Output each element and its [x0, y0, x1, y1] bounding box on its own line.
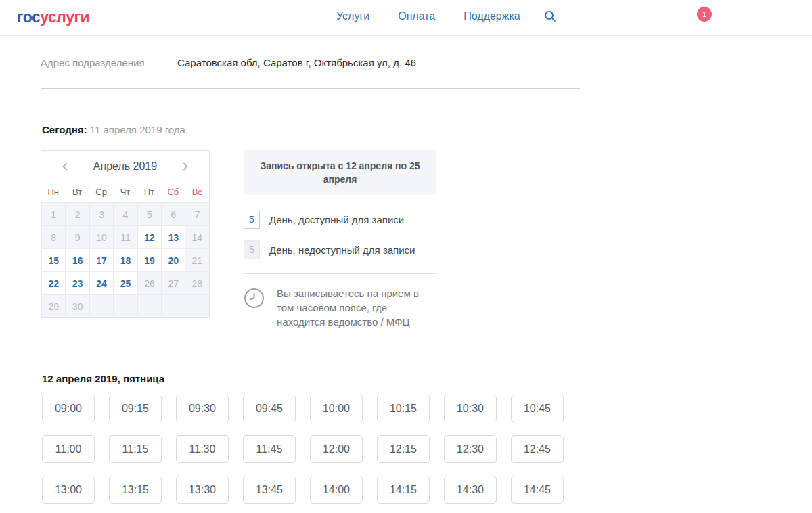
- calendar: Апрель 2019 Пн Вт Ср Чт Пт Сб Вс 1: [41, 150, 210, 318]
- timezone-note-text: Вы записываетесь на прием в том часовом …: [277, 286, 422, 329]
- calendar-day-cell[interactable]: [185, 294, 209, 317]
- calendar-day-cell[interactable]: 3: [89, 202, 113, 225]
- section-divider: [7, 344, 599, 344]
- search-icon[interactable]: [544, 10, 556, 22]
- calendar-day-cell[interactable]: 2: [65, 202, 89, 225]
- time-slot-button[interactable]: 12:30: [444, 435, 497, 463]
- calendar-legend: 5 День, доступный для записи 5 День, нед…: [244, 210, 436, 259]
- legend-sample-day: 5: [244, 240, 260, 259]
- time-slot-button[interactable]: 09:15: [109, 395, 162, 422]
- search-area: [545, 10, 556, 22]
- calendar-day-cell[interactable]: 9: [65, 225, 89, 248]
- time-slots-grid: 09:00 09:15 09:30 09:45 10:00 10:15 10:3…: [42, 395, 564, 504]
- address-value: Саратовская обл, Саратов г, Октябрьская …: [177, 57, 416, 68]
- weekday-label: Ср: [89, 187, 113, 197]
- calendar-day-cell[interactable]: 20: [161, 248, 185, 271]
- time-slot-button[interactable]: 13:30: [176, 476, 229, 504]
- time-slot-button[interactable]: 10:00: [310, 395, 363, 422]
- info-panel: Запись открыта с 12 апреля по 25 апреля …: [244, 150, 436, 329]
- logo-part-blue: гос: [17, 8, 40, 26]
- chevron-left-icon[interactable]: [56, 158, 74, 175]
- calendar-day-cell[interactable]: 7: [185, 202, 209, 225]
- today-label: Сегодня:: [42, 124, 87, 135]
- calendar-day-cell[interactable]: 24: [89, 271, 113, 294]
- weekday-label: Сб: [161, 187, 185, 197]
- time-slot-button[interactable]: 14:00: [310, 476, 363, 504]
- time-slot-button[interactable]: 11:30: [176, 435, 229, 463]
- weekday-label: Пт: [137, 187, 161, 197]
- booking-period-banner: Запись открыта с 12 апреля по 25 апреля: [244, 150, 436, 195]
- calendar-day-cell[interactable]: 22: [41, 271, 65, 294]
- calendar-day-cell[interactable]: 11: [113, 225, 137, 248]
- calendar-day-cell[interactable]: 12: [137, 225, 161, 248]
- time-slot-button[interactable]: 12:45: [511, 435, 564, 463]
- time-slot-button[interactable]: 12:00: [310, 435, 363, 463]
- nav-link[interactable]: Оплата: [398, 10, 435, 22]
- calendar-day-cell[interactable]: 8: [41, 225, 65, 248]
- weekday-label: Вс: [185, 187, 209, 197]
- calendar-day-cell[interactable]: 26: [137, 271, 161, 294]
- calendar-day-cell[interactable]: 27: [161, 271, 185, 294]
- legend-sample-day: 5: [244, 210, 260, 229]
- calendar-day-cell[interactable]: 23: [65, 271, 89, 294]
- gosuslugi-logo[interactable]: госуслуги: [17, 8, 89, 26]
- time-slot-button[interactable]: 13:00: [42, 476, 95, 504]
- calendar-day-cell[interactable]: 13: [161, 225, 185, 248]
- nav-link[interactable]: Услуги: [336, 10, 369, 22]
- calendar-weekdays: Пн Вт Ср Чт Пт Сб Вс: [41, 181, 209, 202]
- time-slot-button[interactable]: 10:15: [377, 395, 430, 422]
- calendar-day-cell[interactable]: 19: [137, 248, 161, 271]
- page: госуслуги Услуги Оплата Поддержка 1 Адре…: [0, 0, 812, 513]
- weekday-label: Пн: [41, 187, 65, 197]
- weekday-label: Чт: [113, 187, 137, 197]
- legend-divider: [244, 273, 436, 274]
- logo-part-red: услуги: [40, 8, 89, 26]
- legend-label: День, недоступный для записи: [269, 244, 415, 256]
- time-slot-button[interactable]: 09:30: [176, 395, 229, 422]
- time-slot-button[interactable]: 09:45: [243, 395, 296, 422]
- legend-item: 5 День, доступный для записи: [244, 210, 436, 229]
- calendar-day-cell[interactable]: 30: [65, 294, 89, 317]
- time-slot-button[interactable]: 10:45: [511, 395, 564, 422]
- calendar-day-cell[interactable]: 18: [113, 248, 137, 271]
- calendar-day-cell[interactable]: 10: [89, 225, 113, 248]
- calendar-day-cell[interactable]: 6: [161, 202, 185, 225]
- time-slot-button[interactable]: 12:15: [377, 435, 430, 463]
- today-line: Сегодня: 11 апреля 2019 года: [42, 124, 185, 135]
- time-slot-button[interactable]: 11:00: [42, 435, 95, 463]
- calendar-day-cell[interactable]: 21: [185, 248, 209, 271]
- time-slot-button[interactable]: 11:45: [243, 435, 296, 463]
- calendar-day-cell[interactable]: [161, 294, 185, 317]
- main-nav: Услуги Оплата Поддержка: [336, 10, 520, 22]
- address-row: Адрес подразделения Саратовская обл, Сар…: [41, 57, 416, 68]
- calendar-day-cell[interactable]: [113, 294, 137, 317]
- notification-badge[interactable]: 1: [697, 7, 712, 22]
- time-slot-button[interactable]: 11:15: [109, 435, 162, 463]
- time-slot-button[interactable]: 13:15: [109, 476, 162, 504]
- clock-icon: [244, 288, 265, 311]
- calendar-day-cell[interactable]: 1: [41, 202, 65, 225]
- nav-link[interactable]: Поддержка: [464, 10, 520, 22]
- calendar-day-cell[interactable]: [137, 294, 161, 317]
- calendar-day-cell[interactable]: 15: [41, 248, 65, 271]
- calendar-header: Апрель 2019: [41, 151, 209, 181]
- calendar-day-cell[interactable]: 14: [185, 225, 209, 248]
- weekday-label: Вт: [65, 187, 89, 197]
- chevron-right-icon[interactable]: [177, 158, 194, 175]
- calendar-day-cell[interactable]: [89, 294, 113, 317]
- calendar-grid: 1 2 3 4 5 6 7 8 9 10 11 12: [41, 202, 209, 317]
- time-slot-button[interactable]: 14:30: [444, 476, 497, 504]
- calendar-day-cell[interactable]: 4: [113, 202, 137, 225]
- calendar-day-cell[interactable]: 17: [89, 248, 113, 271]
- calendar-day-cell[interactable]: 16: [65, 248, 89, 271]
- calendar-day-cell[interactable]: 5: [137, 202, 161, 225]
- time-slot-button[interactable]: 14:45: [511, 476, 564, 504]
- header: госуслуги Услуги Оплата Поддержка 1: [0, 0, 812, 36]
- time-slot-button[interactable]: 13:45: [243, 476, 296, 504]
- time-slot-button[interactable]: 09:00: [42, 395, 95, 422]
- calendar-day-cell[interactable]: 29: [41, 294, 65, 317]
- time-slot-button[interactable]: 14:15: [377, 476, 430, 504]
- calendar-day-cell[interactable]: 28: [185, 271, 209, 294]
- time-slot-button[interactable]: 10:30: [444, 395, 497, 422]
- calendar-day-cell[interactable]: 25: [113, 271, 137, 294]
